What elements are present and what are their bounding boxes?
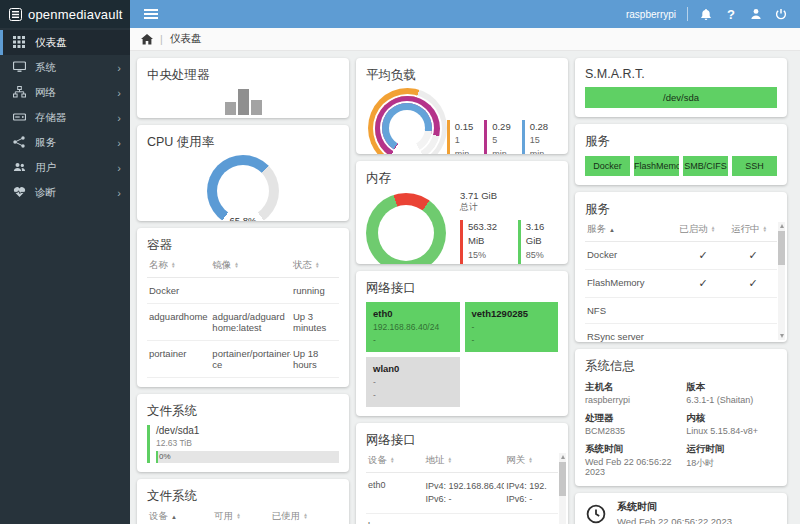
column-header-enabled[interactable]: 已启动▲▼	[677, 220, 729, 242]
breadcrumb-page-label: 仪表盘	[170, 32, 202, 46]
sort-icon: ▲▼	[448, 457, 453, 464]
interface-extra: -	[373, 335, 376, 345]
column-header-device[interactable]: 设备▲	[147, 507, 212, 524]
column-header-used[interactable]: 已使用▲▼	[270, 507, 339, 524]
sysinfo-field-version: 版本 6.3.1-1 (Shaitan)	[686, 381, 777, 405]
column-header-service[interactable]: 服务▲	[585, 220, 677, 242]
card-load-average: 平均负载 0.15	[356, 58, 568, 154]
sidebar-item-storage[interactable]: 存储器 ›	[0, 105, 130, 130]
monitor-icon	[13, 61, 26, 74]
sidebar-item-network[interactable]: 网络 ›	[0, 80, 130, 105]
sysinfo-field-uptime: 运行时间 18小时	[686, 443, 777, 477]
card-title: 网络接口	[366, 280, 558, 297]
load-gauge-center	[389, 110, 425, 146]
home-icon[interactable]	[141, 34, 153, 45]
sidebar-item-label: 服务	[35, 136, 56, 150]
load-label: 5 min	[492, 135, 507, 154]
card-title: 中央处理器	[147, 67, 339, 84]
column-header-gateway[interactable]: 网关▲▼	[504, 451, 558, 473]
users-icon	[13, 161, 26, 174]
card-services-badges: 服务 Docker FlashMemory SMB/CIFS SSH	[575, 124, 787, 185]
notifications-bell-icon[interactable]	[699, 7, 713, 21]
scrollbar-thumb[interactable]	[778, 231, 785, 265]
card-cpu: 中央处理器	[137, 58, 349, 118]
sidebar-item-services[interactable]: 服务 ›	[0, 130, 130, 155]
column-header-address[interactable]: 地址▲▼	[424, 451, 505, 473]
load-legend: 0.15 1 min 0.29 5 min 0.28 15 min	[447, 86, 558, 154]
load-value: 0.29	[492, 120, 513, 134]
container-image	[210, 278, 291, 304]
chevron-right-icon: ›	[117, 162, 121, 174]
sidebar-item-label: 存储器	[35, 111, 67, 125]
share-icon	[13, 136, 26, 149]
app-logo-text: openmediavault	[28, 7, 123, 22]
services-table: 服务▲ 已启动▲▼ 运行中▲▼ Docker ✓ ✓	[585, 220, 777, 342]
table-row: eth0 IPv4: 192.168.86.40/24IPv6: - IPv4:…	[366, 472, 558, 513]
sort-icon: ▲▼	[315, 262, 320, 269]
sysinfo-field-kernel: 内核 Linux 5.15.84-v8+	[686, 412, 777, 436]
card-cpu-usage: CPU 使用率 65.8%	[137, 125, 349, 221]
container-state: running	[291, 278, 339, 304]
interface-name: veth1290285	[472, 307, 552, 321]
power-icon[interactable]	[774, 7, 788, 21]
network-tile-eth0: eth0 192.168.86.40/24 -	[366, 302, 460, 352]
clock-icon	[585, 503, 607, 524]
omv-logo-icon	[9, 8, 22, 21]
column-header-image[interactable]: 镜像▲▼	[210, 256, 291, 278]
card-title: 服务	[585, 201, 777, 218]
column-header-device[interactable]: 设备▲▼	[366, 451, 424, 473]
sidebar-item-dashboard[interactable]: 仪表盘	[0, 30, 130, 55]
network-nodes-icon	[13, 86, 26, 99]
vertical-scrollbar[interactable]	[778, 222, 785, 340]
interface-ip: -	[472, 322, 475, 332]
container-state: Up 3 minutes	[291, 304, 339, 341]
filesystem-usage-percent: 0%	[159, 452, 171, 461]
sysinfo-field-processor: 处理器 BCM2835	[585, 412, 680, 436]
load-label: 1 min	[455, 135, 470, 154]
menu-toggle-icon[interactable]	[144, 8, 160, 20]
chevron-right-icon: ›	[117, 87, 121, 99]
service-name: NFS	[585, 298, 677, 324]
filesystem-size: 12.63 TiB	[156, 438, 339, 448]
column-header-running[interactable]: 运行中▲▼	[729, 220, 777, 242]
container-image: portainer/portainer-ce	[210, 341, 291, 378]
column-header-available[interactable]: 可用▲▼	[212, 507, 270, 524]
check-icon: ✓	[698, 277, 707, 289]
heart-pulse-icon	[13, 186, 26, 199]
sort-icon: ▲▼	[390, 457, 395, 464]
card-system-info: 系统信息 主机名 raspberrypi 版本 6.3.1-1 (Shaitan…	[575, 349, 787, 486]
cpu-core-bar	[225, 102, 236, 115]
column-header-name[interactable]: 名称▲▼	[147, 256, 210, 278]
vertical-scrollbar[interactable]	[559, 453, 566, 524]
cpu-core-bar	[251, 100, 262, 115]
sysinfo-field-hostname: 主机名 raspberrypi	[585, 381, 680, 405]
load-gauge-15min	[382, 103, 432, 153]
service-badge-ssh: SSH	[732, 156, 777, 176]
table-row: RSync server	[585, 324, 777, 343]
net-device: lo	[366, 513, 424, 524]
user-icon[interactable]	[749, 7, 763, 21]
card-services-table: 服务 服务▲ 已启动▲▼ 运行中▲▼ Docker	[575, 192, 787, 342]
app-logo[interactable]: openmediavault	[0, 0, 130, 28]
breadcrumb-divider: |	[160, 33, 163, 45]
scrollbar-thumb[interactable]	[559, 462, 566, 496]
sidebar-item-users[interactable]: 用户 ›	[0, 155, 130, 180]
sidebar-item-label: 用户	[35, 161, 56, 175]
interface-name: eth0	[373, 307, 453, 321]
dashboard-content: 中央处理器 CPU 使用率 65.8%	[130, 51, 800, 524]
card-smart: S.M.A.R.T. /dev/sda	[575, 58, 787, 117]
sort-icon: ▲▼	[303, 513, 308, 520]
help-icon[interactable]	[724, 7, 738, 21]
sidebar-item-diagnostics[interactable]: 诊断 ›	[0, 180, 130, 205]
card-system-time: 系统时间 Wed Feb 22 06:56:22 2023	[575, 493, 787, 524]
column-header-state[interactable]: 状态▲▼	[291, 256, 339, 278]
chevron-right-icon: ›	[117, 112, 121, 124]
card-title: 平均负载	[366, 67, 558, 84]
sidebar-item-system[interactable]: 系统 ›	[0, 55, 130, 80]
memory-legend: 3.71 GiB 总计 563.32 MiB 15% Used	[460, 190, 558, 264]
memory-free-label: Free	[526, 263, 545, 264]
legend-entry-1min: 0.15 1 min	[447, 120, 476, 154]
card-title: S.M.A.R.T.	[585, 67, 777, 81]
sidebar-item-label: 网络	[35, 86, 56, 100]
topbar-divider	[687, 7, 688, 21]
